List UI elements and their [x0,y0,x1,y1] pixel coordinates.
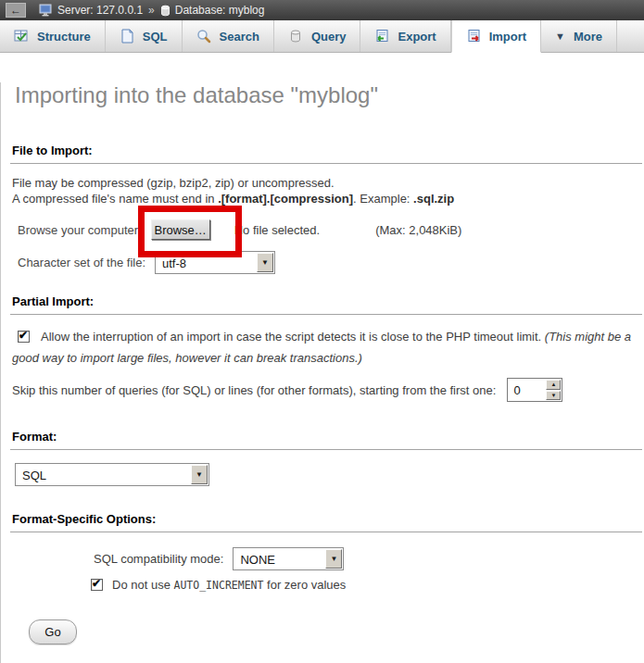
chevron-down-icon[interactable]: ▼ [257,253,273,272]
auto-increment-checkbox[interactable]: ✔ [91,579,103,591]
charset-row: Character set of the file: utf-8 ▼ [18,251,644,274]
stepper-up-icon[interactable]: ▲ [546,380,561,390]
browse-row: Browse your computer: Browse… No file se… [18,219,644,240]
allow-interruption-checkbox[interactable]: ✔ [18,331,30,343]
browse-label: Browse your computer: [18,223,142,237]
breadcrumb-database-link[interactable]: Database: myblog [175,4,265,17]
server-icon [39,4,53,17]
back-arrow-icon: ← [10,4,21,17]
format-row: SQL ▼ [15,463,644,486]
charset-selected-value: utf-8 [156,252,256,273]
auto-increment-code: AUTO_INCREMENT [174,579,264,592]
sql-compatibility-label: SQL compatibility mode: [94,552,223,566]
structure-icon [14,29,29,44]
tab-more[interactable]: ▼ More [541,20,617,52]
tab-query[interactable]: Query [274,20,361,52]
search-icon [196,29,211,44]
more-dropdown-icon: ▼ [555,31,565,42]
chevron-down-icon[interactable]: ▼ [191,465,208,484]
tab-label: More [574,30,602,44]
auto-increment-row: ✔ Do not use AUTO_INCREMENT for zero val… [91,578,644,592]
file-status-text: No file selected. [234,223,321,237]
tab-label: Import [489,30,526,44]
format-selected-value: SQL [16,464,190,485]
name-rule-example: .sql.zip [413,192,454,206]
skip-queries-label: Skip this number of queries (for SQL) or… [12,383,496,397]
sql-compatibility-selected-value: NONE [234,548,324,569]
checkbox-check-icon: ✔ [92,577,101,590]
back-button[interactable]: ← [6,3,26,18]
breadcrumb-server-link[interactable]: Server: 127.0.0.1 [57,4,143,17]
page-title: Importing into the database "myblog" [15,82,644,108]
breadcrumb-separator: » [147,4,156,17]
compression-note: File may be compressed (gzip, bzip2, zip… [12,175,637,206]
stepper-buttons: ▲ ▼ [545,379,562,401]
tab-label: Structure [37,30,91,44]
tab-export[interactable]: Export [360,20,450,52]
allow-interruption-label: Allow the interruption of an import in c… [41,330,545,344]
auto-increment-label: Do not use AUTO_INCREMENT for zero value… [112,578,346,592]
sql-compatibility-select[interactable]: NONE ▼ [233,547,344,570]
breadcrumb: ← Server: 127.0.0.1 » Database: myblog [0,0,644,20]
tab-import[interactable]: Import [451,20,541,53]
tab-label: Search [220,30,259,44]
charset-select[interactable]: utf-8 ▼ [155,251,275,274]
format-select[interactable]: SQL ▼ [15,463,209,486]
export-icon [374,29,389,44]
checkbox-check-icon: ✔ [19,329,28,342]
section-heading-format-specific: Format-Specific Options: [10,512,642,532]
browse-button[interactable]: Browse… [151,219,210,240]
tab-search[interactable]: Search [183,20,274,52]
name-rule-prefix: A compressed file's name must end in [12,192,218,206]
auto-increment-suffix: for zero values [263,578,346,592]
import-icon [466,29,481,44]
compression-note-line2: A compressed file's name must end in .[f… [12,191,637,206]
query-icon [288,29,303,44]
section-heading-file-to-import: File to Import: [10,144,642,164]
sql-icon [120,29,134,44]
auto-increment-prefix: Do not use [112,578,174,592]
chevron-down-icon[interactable]: ▼ [325,549,342,569]
section-heading-format: Format: [10,430,642,450]
database-icon [160,5,170,17]
skip-queries-value: 0 [508,379,545,401]
max-upload-size: (Max: 2,048KiB) [375,223,461,237]
skip-queries-row: Skip this number of queries (for SQL) or… [12,378,644,402]
sql-compatibility-row: SQL compatibility mode: NONE ▼ [94,547,644,570]
charset-label: Character set of the file: [18,256,145,269]
name-rule-mid: . Example: [353,192,413,206]
file-input-wrapper: Browse… [151,219,210,240]
name-rule-pattern: .[format].[compression] [218,192,353,206]
tab-sql[interactable]: SQL [106,20,183,52]
tab-bar: Structure SQL Search Query [0,20,644,53]
tab-label: Export [398,30,436,44]
tab-structure[interactable]: Structure [0,20,106,52]
section-heading-partial-import: Partial Import: [10,294,642,315]
allow-interruption-row: ✔ Allow the interruption of an import in… [12,326,635,369]
go-button[interactable]: Go [29,619,77,644]
stepper-down-icon[interactable]: ▼ [546,391,561,401]
tab-label: SQL [143,30,168,44]
tab-label: Query [311,30,347,44]
main-content: Importing into the database "myblog" Fil… [0,82,644,663]
compression-note-line1: File may be compressed (gzip, bzip2, zip… [12,175,637,191]
skip-queries-stepper[interactable]: 0 ▲ ▼ [507,378,562,402]
